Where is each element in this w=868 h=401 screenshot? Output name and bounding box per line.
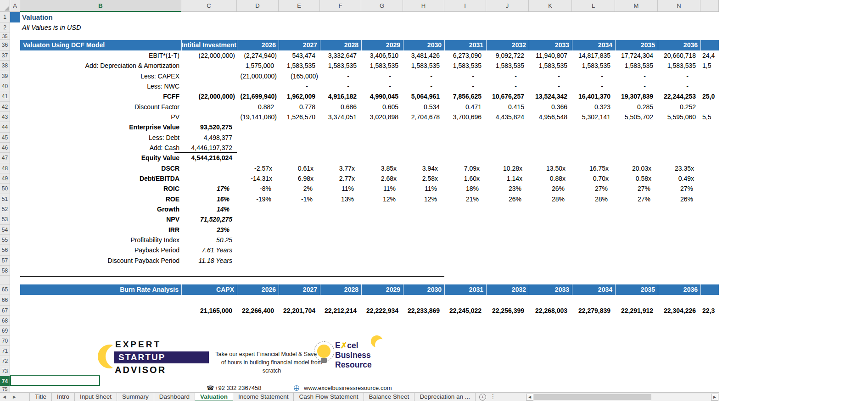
cell-M39[interactable]: - xyxy=(615,71,658,81)
cell-N49[interactable]: 0.49x xyxy=(658,173,700,184)
row-header-72[interactable]: 72 xyxy=(0,356,10,366)
cell-I37[interactable]: 6,273,090 xyxy=(444,50,486,61)
cell-K65[interactable]: 2033 xyxy=(529,284,572,295)
column-header-D[interactable]: D xyxy=(237,0,279,12)
cell-D38[interactable]: 1,575,000 xyxy=(237,61,279,71)
cell-B55[interactable]: Profitability Index xyxy=(20,235,181,245)
cell-C37[interactable]: (22,000,000) xyxy=(174,50,237,61)
cell-N39[interactable]: - xyxy=(658,71,700,81)
cell-J36[interactable]: 2032 xyxy=(486,40,529,50)
cell-F65[interactable]: 2028 xyxy=(320,284,361,295)
tab-nav-left-icon[interactable]: ◀ xyxy=(1,393,8,401)
cell-I43[interactable]: 3,700,696 xyxy=(444,112,486,122)
row-header-68[interactable]: 68 xyxy=(0,316,10,326)
cell-I50[interactable]: 18% xyxy=(444,184,486,194)
cell-M41[interactable]: 19,307,839 xyxy=(615,91,658,102)
cell-B65[interactable]: Burn Rate Analysis xyxy=(20,284,181,295)
cell-J43[interactable]: 4,435,824 xyxy=(486,112,529,122)
cell-B51[interactable]: ROE xyxy=(20,194,181,204)
row-header-35[interactable]: 35 xyxy=(0,33,10,40)
cell-D48[interactable]: -2.57x xyxy=(237,163,279,173)
sheet-subtitle-cell[interactable]: All Values is in USD xyxy=(22,22,81,33)
cell-L39[interactable]: - xyxy=(572,71,615,81)
cell-I41[interactable]: 7,856,625 xyxy=(444,91,486,102)
cell-N42[interactable]: 0.252 xyxy=(658,102,700,112)
cell-M65[interactable]: 2035 xyxy=(615,284,658,295)
row-header-41[interactable]: 41 xyxy=(0,91,10,102)
cell-B47[interactable]: Equity Value xyxy=(20,153,181,163)
cell-B49[interactable]: Debt/EBITDA xyxy=(20,173,181,184)
cell-B37[interactable]: EBIT*(1-T) xyxy=(20,50,181,61)
cell-N41[interactable]: 22,244,253 xyxy=(658,91,700,102)
cell-H50[interactable]: 11% xyxy=(403,184,444,194)
cell-F49[interactable]: 2.77x xyxy=(320,173,361,184)
cell-J38[interactable]: 1,583,535 xyxy=(486,61,529,71)
cell-E51[interactable]: -1% xyxy=(279,194,320,204)
cell-C50[interactable]: 17% xyxy=(174,184,237,194)
cell-M38[interactable]: 1,583,535 xyxy=(615,61,658,71)
cell-B50[interactable]: ROIC xyxy=(20,184,181,194)
cell-H43[interactable]: 2,704,678 xyxy=(403,112,444,122)
cell-G43[interactable]: 3,020,898 xyxy=(361,112,403,122)
cell-J40[interactable]: - xyxy=(486,81,529,91)
cell-C57[interactable]: 11.18 Years xyxy=(174,256,237,266)
cell-M42[interactable]: 0.285 xyxy=(615,102,658,112)
cell-B41[interactable]: FCFF xyxy=(20,91,181,102)
cell-C55[interactable]: 50.25 xyxy=(174,235,237,245)
cell-H41[interactable]: 5,064,961 xyxy=(403,91,444,102)
row-header-43[interactable]: 43 xyxy=(0,112,10,122)
cell-N43[interactable]: 5,595,060 xyxy=(658,112,700,122)
website-url[interactable]: www.excelbusinessresource.com xyxy=(304,384,392,391)
cell-D65[interactable]: 2026 xyxy=(237,284,279,295)
cell-M36[interactable]: 2035 xyxy=(615,40,658,50)
cell-C52[interactable]: 14% xyxy=(174,204,237,214)
row-header-55[interactable]: 55 xyxy=(0,235,10,245)
row-header-51[interactable]: 51 xyxy=(0,194,10,204)
cell-B54[interactable]: IRR xyxy=(20,225,181,235)
row-header-50[interactable]: 50 xyxy=(0,184,10,194)
cell-E39[interactable]: (165,000) xyxy=(279,71,320,81)
tab-more-icon[interactable]: ⋮ xyxy=(490,393,496,401)
cell-H36[interactable]: 2030 xyxy=(403,40,444,50)
column-header-I[interactable]: I xyxy=(444,0,486,12)
cell-J37[interactable]: 9,092,722 xyxy=(486,50,529,61)
cell-C65[interactable]: CAPX xyxy=(181,284,237,295)
cell-L48[interactable]: 16.75x xyxy=(572,163,615,173)
cell-I49[interactable]: 1.60x xyxy=(444,173,486,184)
cell-H38[interactable]: 1,583,535 xyxy=(403,61,444,71)
row-header-57[interactable]: 57 xyxy=(0,256,10,266)
cell-K38[interactable]: 1,583,535 xyxy=(529,61,572,71)
row-header-2[interactable]: 2 xyxy=(0,22,10,33)
cell-E40[interactable]: - xyxy=(279,81,320,91)
cell-M48[interactable]: 20.03x xyxy=(615,163,658,173)
cell-K41[interactable]: 13,524,342 xyxy=(529,91,572,102)
cell-F50[interactable]: 11% xyxy=(320,184,361,194)
cell-N65[interactable]: 2036 xyxy=(658,284,700,295)
cell-H51[interactable]: 12% xyxy=(403,194,444,204)
cell-I42[interactable]: 0.471 xyxy=(444,102,486,112)
cell-I51[interactable]: 21% xyxy=(444,194,486,204)
cell-G51[interactable]: 12% xyxy=(361,194,403,204)
row-header-58[interactable]: 58 xyxy=(0,266,10,276)
cell-I38[interactable]: 1,583,535 xyxy=(444,61,486,71)
cell-B43[interactable]: PV xyxy=(20,112,181,122)
cell-C36[interactable]: Intitial Investment xyxy=(181,40,237,50)
cell-B39[interactable]: Less: CAPEX xyxy=(20,71,181,81)
hscroll-track[interactable] xyxy=(534,394,711,401)
cell-I39[interactable]: - xyxy=(444,71,486,81)
cell-N51[interactable]: 26% xyxy=(658,194,700,204)
column-header-L[interactable]: L xyxy=(572,0,615,12)
row-header-71[interactable]: 71 xyxy=(0,346,10,356)
cell-H39[interactable]: - xyxy=(403,71,444,81)
tab-valuation[interactable]: Valuation xyxy=(195,393,233,401)
cell-O65-clipped[interactable] xyxy=(700,284,719,295)
cell-E41[interactable]: 1,962,009 xyxy=(279,91,320,102)
cell-K42[interactable]: 0.366 xyxy=(529,102,572,112)
cell-F41[interactable]: 4,916,182 xyxy=(320,91,361,102)
cell-L37[interactable]: 14,817,835 xyxy=(572,50,615,61)
column-header-K[interactable]: K xyxy=(529,0,572,12)
row-header-42[interactable]: 42 xyxy=(0,102,10,112)
cell-K51[interactable]: 28% xyxy=(529,194,572,204)
cell-E48[interactable]: 0.61x xyxy=(279,163,320,173)
cell-D51[interactable]: -19% xyxy=(237,194,279,204)
